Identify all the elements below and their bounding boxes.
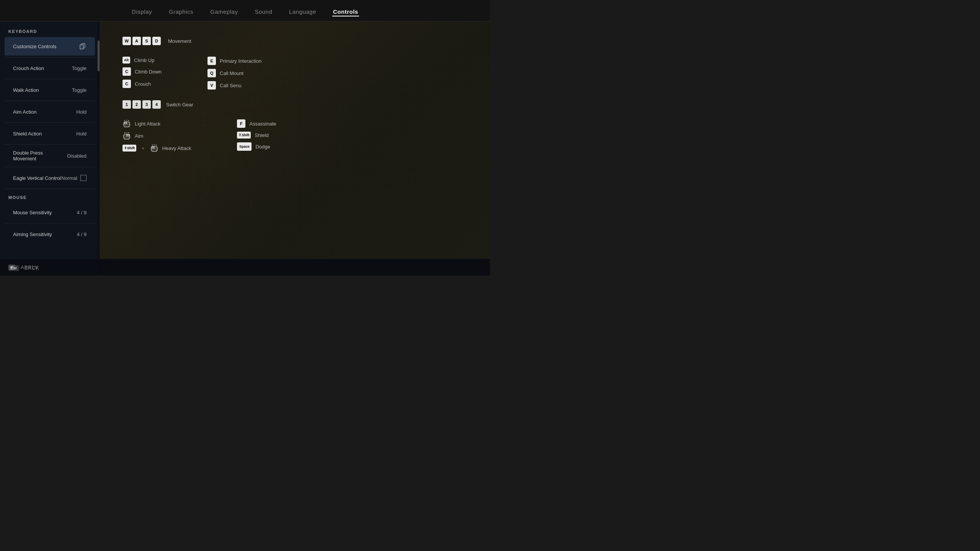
- crouch-action-value: Toggle: [72, 65, 87, 71]
- heavy-attack-bind: ⇧Shift + Heavy Attack: [122, 144, 191, 152]
- call-senu-label: Call Senu: [220, 83, 241, 88]
- dodge-label: Dodge: [255, 144, 270, 150]
- movement-bindings: Alt Climb Up C Climb Down C Crouch E: [122, 57, 467, 90]
- nav-display[interactable]: Display: [131, 7, 153, 16]
- crouch-label: Crouch: [135, 81, 151, 87]
- divider-4: [5, 122, 95, 123]
- divider-5: [5, 144, 95, 145]
- double-press-row[interactable]: Double Press Movement Disabled: [5, 146, 95, 165]
- light-attack-bind: Light Attack: [122, 119, 191, 128]
- plus-symbol: +: [142, 145, 145, 151]
- svg-line-90: [128, 120, 129, 121]
- key-2: 2: [132, 100, 141, 109]
- crouch-action-row[interactable]: Crouch Action Toggle: [5, 59, 95, 77]
- switch-gear-bind: 1 2 3 4 Switch Gear: [122, 100, 467, 109]
- mouse-sensitivity-value: 4 / 9: [77, 210, 87, 215]
- climb-up-bind: Alt Climb Up: [122, 57, 162, 64]
- aim-label: Aim: [135, 133, 143, 139]
- dodge-bind: Space Dodge: [237, 142, 276, 151]
- a-key: A: [132, 37, 141, 45]
- aiming-sensitivity-row[interactable]: Aiming Sensitivity 4 / 9: [5, 225, 95, 243]
- divider-3: [5, 101, 95, 101]
- keybind-area: W A S D Movement Alt Climb Up C Climb Do…: [100, 21, 490, 276]
- aim-action-label: Aim Action: [13, 109, 36, 115]
- double-press-label: Double Press Movement: [13, 150, 67, 161]
- eagle-vertical-row[interactable]: Eagle Vertical Control Normal: [5, 169, 95, 187]
- divider-6: [5, 167, 95, 167]
- svg-line-102: [156, 145, 157, 145]
- key-1: 1: [122, 100, 131, 109]
- light-attack-label: Light Attack: [135, 121, 160, 127]
- heavy-attack-label: Heavy Attack: [162, 145, 191, 151]
- shield-action-label: Shield Action: [13, 131, 42, 137]
- divider-7: [5, 189, 95, 189]
- copy-icon: [79, 42, 87, 50]
- eagle-vertical-checkbox[interactable]: [80, 175, 87, 181]
- w-key: W: [122, 37, 131, 45]
- key-4: 4: [152, 100, 161, 109]
- call-mount-label: Call Mount: [220, 70, 243, 76]
- v-key: V: [207, 81, 216, 90]
- assassinate-bind: F Assassinate: [237, 119, 276, 128]
- shift-key: ⇧Shift: [122, 145, 136, 152]
- walk-action-value: Toggle: [72, 87, 87, 93]
- shift-key-shield: ⇧Shift: [237, 132, 251, 139]
- bottom-actions-bar: ↵ APPLY Esc BACK: [0, 259, 490, 276]
- wasd-display: W A S D: [122, 37, 161, 45]
- movement-section: W A S D Movement: [122, 37, 467, 45]
- eagle-vertical-label: Eagle Vertical Control: [13, 175, 61, 181]
- nav-gameplay[interactable]: Gameplay: [209, 7, 238, 16]
- customize-controls-label: Customize Controls: [13, 44, 56, 49]
- movement-label: Movement: [168, 38, 191, 44]
- crouch-bind: C Crouch: [122, 80, 162, 88]
- switch-gear-label: Switch Gear: [166, 102, 193, 108]
- keyboard-section-label: KEYBOARD: [0, 29, 100, 37]
- svg-line-96: [128, 132, 129, 133]
- sidebar: KEYBOARD Customize Controls Crouch Actio…: [0, 21, 100, 276]
- eagle-vertical-value: Normal: [61, 175, 77, 181]
- mouse-section-label: MOUSE: [0, 195, 100, 203]
- main-content: KEYBOARD Customize Controls Crouch Actio…: [0, 21, 490, 276]
- mouse-right-icon: [122, 132, 131, 140]
- svg-line-88: [124, 120, 125, 121]
- mouse-left-heavy-icon: [150, 144, 158, 152]
- call-mount-bind: Q Call Mount: [207, 69, 261, 77]
- svg-rect-84: [80, 45, 83, 49]
- d-key: D: [152, 37, 161, 45]
- shield-bind: ⇧Shift Shield: [237, 132, 276, 139]
- f-key: F: [237, 119, 245, 128]
- c-key-crouch: C: [122, 80, 131, 88]
- top-navigation: Display Graphics Gameplay Sound Language…: [0, 0, 490, 21]
- q-key: Q: [207, 69, 216, 77]
- s-key: S: [142, 37, 151, 45]
- divider-1: [5, 57, 95, 57]
- aim-action-row[interactable]: Aim Action Hold: [5, 103, 95, 121]
- shield-label: Shield: [255, 132, 268, 138]
- back-label: BACK: [24, 265, 39, 271]
- nav-controls[interactable]: Controls: [332, 7, 359, 16]
- climb-up-label: Climb Up: [134, 57, 154, 63]
- svg-rect-87: [124, 122, 127, 124]
- aim-bind: Aim: [122, 132, 191, 140]
- crouch-action-label: Crouch Action: [13, 65, 44, 71]
- back-button[interactable]: Esc BACK: [8, 265, 39, 271]
- nav-graphics[interactable]: Graphics: [168, 7, 194, 16]
- c-key-climbdown: C: [122, 67, 131, 76]
- space-key: Space: [237, 142, 252, 151]
- shield-action-value: Hold: [76, 131, 87, 137]
- shield-action-row[interactable]: Shield Action Hold: [5, 124, 95, 143]
- key-3: 3: [142, 100, 151, 109]
- customize-controls-row[interactable]: Customize Controls: [5, 37, 95, 55]
- esc-key-icon: Esc: [8, 265, 19, 271]
- call-senu-bind: V Call Senu: [207, 81, 261, 90]
- nav-language[interactable]: Language: [288, 7, 317, 16]
- nav-sound[interactable]: Sound: [254, 7, 273, 16]
- divider-8: [5, 223, 95, 223]
- walk-action-row[interactable]: Walk Action Toggle: [5, 81, 95, 99]
- mouse-sensitivity-label: Mouse Sensitivity: [13, 210, 52, 215]
- aim-action-value: Hold: [76, 109, 87, 115]
- svg-rect-93: [127, 134, 130, 137]
- svg-line-100: [152, 145, 153, 145]
- svg-rect-99: [151, 146, 154, 149]
- mouse-sensitivity-row[interactable]: Mouse Sensitivity 4 / 9: [5, 203, 95, 222]
